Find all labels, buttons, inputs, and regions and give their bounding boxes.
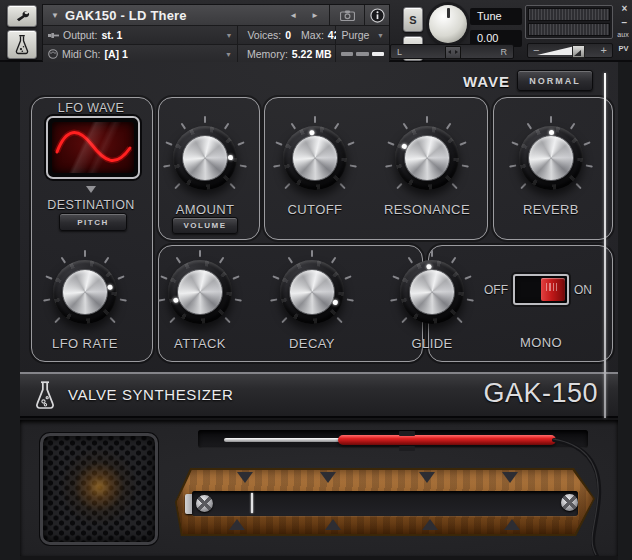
lfo-rate-knob[interactable]: LFO RATE	[30, 249, 140, 351]
instrument-header: ▼ GAK150 - LD There ◄ ►	[42, 4, 390, 61]
pan-left-label: L	[397, 46, 402, 58]
solo-button[interactable]: S	[403, 7, 423, 32]
amount-knob[interactable]: AMOUNT	[150, 115, 260, 217]
attack-knob[interactable]: ATTACK	[145, 249, 255, 351]
purge-dropdown-icon[interactable]: ▼	[377, 32, 384, 39]
voices-label: Voices:	[247, 29, 281, 41]
camera-icon	[340, 10, 355, 21]
screw-left	[196, 495, 213, 512]
flask-logo-icon	[32, 378, 58, 412]
info-button[interactable]	[364, 5, 389, 25]
instrument-header-strip: ▼ GAK150 - LD There ◄ ►	[0, 0, 632, 62]
mono-switch-rocker[interactable]	[541, 278, 565, 301]
volume-plus-label: +	[601, 44, 607, 56]
pitch-rod-antenna[interactable]	[224, 438, 344, 442]
reverb-knob[interactable]: REVERB	[496, 115, 606, 217]
resonance-label: RESONANCE	[372, 202, 482, 217]
decay-knob[interactable]: DECAY	[257, 249, 367, 351]
lfo-display-arrow-icon[interactable]	[86, 186, 96, 193]
wave-select-button[interactable]: NORMAL	[517, 70, 593, 91]
snapshot-camera-button[interactable]	[329, 5, 364, 25]
ribbon-position-cursor	[251, 493, 253, 513]
wrench-icon	[14, 9, 30, 23]
kontakt-instrument-window: ▼ GAK150 - LD There ◄ ►	[0, 0, 632, 560]
ribbon-marker-icon	[419, 472, 435, 483]
output-icon	[48, 31, 59, 40]
sine-wave-icon	[52, 122, 134, 171]
midi-label: Midi Ch:	[62, 48, 101, 60]
instrument-icon-button[interactable]	[7, 30, 37, 59]
resonance-knob[interactable]: RESONANCE	[372, 115, 482, 217]
volume-wedge	[537, 46, 575, 55]
info-icon	[370, 8, 385, 23]
cutoff-knob[interactable]: CUTOFF	[260, 115, 370, 217]
instrument-title: GAK150 - LD There	[65, 8, 187, 23]
ribbon-marker-icon	[229, 519, 245, 530]
mono-label: MONO	[505, 335, 577, 350]
pan-slider-handle[interactable]	[445, 46, 461, 59]
lfo-rate-label: LFO RATE	[30, 336, 140, 351]
max-label: Max:	[301, 29, 324, 41]
prev-instrument-icon[interactable]: ◄	[289, 11, 297, 20]
lfo-wave-label: LFO WAVE	[31, 101, 151, 115]
output-selector[interactable]: Output: st. 1 ▼	[43, 26, 238, 44]
output-dropdown-icon[interactable]: ▼	[225, 32, 232, 39]
minimize-button[interactable]: −	[618, 17, 631, 28]
instrument-titlebar[interactable]: ▼ GAK150 - LD There ◄ ►	[43, 5, 389, 26]
attack-label: ATTACK	[145, 336, 255, 351]
next-instrument-icon[interactable]: ►	[311, 11, 319, 20]
tune-label: Tune	[470, 8, 522, 25]
output-value: st. 1	[101, 29, 122, 41]
speaker-grille	[40, 433, 158, 545]
cutoff-label: CUTOFF	[260, 202, 370, 217]
purge-bar	[372, 52, 384, 56]
pv-button[interactable]: PV	[615, 44, 632, 53]
purge-bar	[341, 52, 353, 56]
wave-label: WAVE	[430, 73, 510, 90]
flask-icon	[13, 33, 31, 56]
decay-label: DECAY	[257, 336, 367, 351]
ribbon-marker-icon	[320, 472, 336, 483]
rod-clip-bottom	[399, 446, 415, 451]
aux-button[interactable]: aux	[614, 31, 632, 38]
amount-label: AMOUNT	[150, 202, 260, 217]
output-level-meters	[525, 5, 613, 39]
model-name: GAK-150	[398, 378, 598, 409]
destination-select-button[interactable]: PITCH	[59, 213, 127, 231]
midi-icon	[48, 49, 58, 59]
midi-value: [A] 1	[105, 48, 128, 60]
pan-right-label: R	[501, 46, 508, 58]
branding-bar: VALVE SYNTHESIZER GAK-150	[20, 372, 618, 418]
amount-target-button[interactable]: VOLUME	[172, 217, 238, 234]
purge-menu[interactable]: Purge ▼	[336, 26, 389, 44]
memory-readout: Memory: 5.22 MB	[238, 45, 336, 63]
volume-slider[interactable]: − +	[527, 43, 613, 58]
ribbon-marker-icon	[504, 519, 520, 530]
mono-switch[interactable]	[513, 274, 569, 305]
panel-highlight-line	[604, 73, 606, 418]
destination-label: DESTINATION	[31, 198, 151, 212]
cable	[520, 425, 632, 556]
reverb-label: REVERB	[496, 202, 606, 217]
collapse-arrow-icon[interactable]: ▼	[51, 11, 59, 20]
ribbon-marker-icon	[237, 472, 253, 483]
midi-channel-selector[interactable]: Midi Ch: [A] 1 ▼	[43, 45, 238, 63]
mono-on-label: ON	[574, 283, 604, 297]
close-button[interactable]: ×	[618, 3, 631, 14]
midi-dropdown-icon[interactable]: ▼	[225, 51, 232, 58]
purge-label: Purge	[341, 29, 369, 41]
brand-name: VALVE SYNTHESIZER	[68, 374, 234, 416]
output-label: Output:	[63, 29, 97, 41]
lfo-waveform-display[interactable]	[46, 116, 140, 179]
tune-knob[interactable]	[429, 5, 467, 43]
glide-knob[interactable]: GLIDE	[377, 249, 487, 351]
level-meter-right	[528, 23, 610, 36]
volume-slider-handle[interactable]	[572, 45, 585, 58]
pan-slider[interactable]: L R	[390, 44, 514, 59]
ribbon-marker-icon	[422, 519, 438, 530]
purge-status-bars	[336, 45, 389, 63]
tools-button[interactable]	[7, 5, 37, 27]
voices-value: 0	[285, 29, 291, 41]
left-frame	[0, 62, 20, 560]
knob-indicator	[519, 126, 583, 190]
